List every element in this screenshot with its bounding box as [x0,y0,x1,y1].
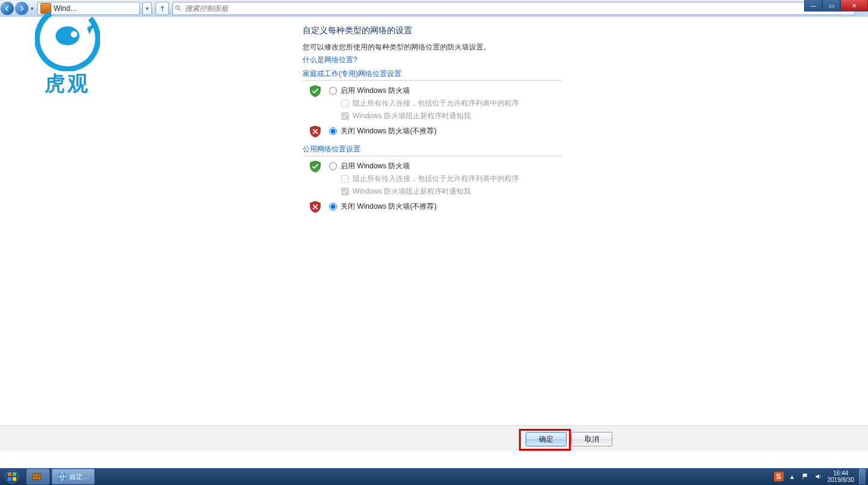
search-box[interactable] [172,2,855,15]
check-private-blockall-label: 阻止所有传入连接，包括位于允许程序列表中的程序 [353,98,519,109]
watermark-logo: 虎观 [34,6,101,103]
svg-point-1 [5,470,19,483]
svg-rect-5 [13,477,16,481]
shield-enabled-icon [309,160,322,173]
shield-disabled-icon [309,125,322,138]
search-input[interactable] [184,4,854,13]
check-public-blockall-input[interactable] [341,175,349,183]
shield-disabled-icon [309,200,322,214]
svg-point-0 [176,6,180,10]
radio-public-enable[interactable]: 启用 Windows 防火墙 [329,161,562,171]
explorer-nav-bar: ▾ Wind… ▾ ⍰ [0,0,868,17]
taskbar: 自定… S ▴ 16:44 2019/8/30 [0,468,868,485]
taskbar-item-firewall[interactable] [27,469,49,484]
content-area: 自定义每种类型的网络的设置 您可以修改您所使用的每种类型的网络位置的防火墙设置。… [0,17,868,451]
radio-public-enable-input[interactable] [329,162,337,170]
tray-clock[interactable]: 16:44 2019/8/30 [828,470,855,483]
watermark-text: 虎观 [45,70,90,98]
check-private-notify-label: Windows 防火墙阻止新程序时通知我 [353,111,471,121]
page-subtitle: 您可以修改您所使用的每种类型的网络位置的防火墙设置。 [303,42,562,52]
svg-point-9 [71,31,77,37]
firewall-icon [32,472,42,481]
check-private-notify[interactable]: Windows 防火墙阻止新程序时通知我 [341,111,562,121]
radio-public-disable[interactable]: 关闭 Windows 防火墙(不推荐) [329,201,562,212]
check-private-blockall[interactable]: 阻止所有传入连接，包括位于允许程序列表中的程序 [341,98,562,109]
button-bar: 确定 取消 [0,425,868,451]
nav-forward-button[interactable] [15,2,28,15]
svg-rect-4 [8,477,11,481]
globe-icon [57,472,67,481]
system-tray: S ▴ 16:44 2019/8/30 [772,469,869,484]
page-title: 自定义每种类型的网络的设置 [303,25,562,36]
refresh-button[interactable] [156,2,169,15]
shield-enabled-icon [309,84,322,98]
maximize-button[interactable]: ▭ [822,0,840,11]
tray-date: 2019/8/30 [828,477,855,483]
section-heading-public: 公用网络位置设置 [303,144,562,156]
radio-private-disable-input[interactable] [329,127,337,135]
check-private-blockall-input[interactable] [341,100,349,107]
check-public-blockall[interactable]: 阻止所有传入连接，包括位于允许程序列表中的程序 [341,174,562,184]
ok-button[interactable]: 确定 [526,432,567,446]
radio-private-enable[interactable]: 启用 Windows 防火墙 [329,86,562,96]
radio-private-disable[interactable]: 关闭 Windows 防火墙(不推荐) [329,126,562,136]
section-heading-private: 家庭或工作(专用)网络位置设置 [303,69,562,81]
check-public-blockall-label: 阻止所有传入连接，包括位于允许程序列表中的程序 [353,174,519,184]
minimize-button[interactable]: — [804,0,822,11]
show-desktop-button[interactable] [859,469,866,484]
check-public-notify[interactable]: Windows 防火墙阻止新程序时通知我 [341,186,562,197]
tray-sogou-icon[interactable]: S [774,472,784,481]
radio-private-disable-label: 关闭 Windows 防火墙(不推荐) [341,126,436,136]
radio-private-enable-label: 启用 Windows 防火墙 [341,86,410,96]
svg-rect-2 [8,472,11,476]
check-public-notify-label: Windows 防火墙阻止新程序时通知我 [353,186,471,197]
close-button[interactable]: ✕ [840,0,868,11]
radio-public-disable-label: 关闭 Windows 防火墙(不推荐) [341,201,436,212]
tray-time: 16:44 [828,470,855,477]
check-public-notify-input[interactable] [341,188,349,195]
taskbar-item-current[interactable]: 自定… [52,469,95,484]
nav-back-button[interactable] [1,2,14,15]
svg-rect-3 [13,472,16,476]
tray-volume-icon[interactable] [814,472,823,481]
start-button[interactable] [0,468,24,485]
tray-chevron-icon[interactable]: ▴ [787,472,797,481]
search-icon [173,5,184,12]
taskbar-item-label: 自定… [69,472,89,481]
cancel-button[interactable]: 取消 [571,432,612,446]
check-private-notify-input[interactable] [341,112,349,120]
radio-public-disable-input[interactable] [329,203,337,211]
tray-flag-icon[interactable] [800,472,810,481]
window-controls: — ▭ ✕ [804,0,868,11]
radio-public-enable-label: 启用 Windows 防火墙 [341,161,410,171]
radio-private-enable-input[interactable] [329,87,337,95]
address-dropdown[interactable]: ▾ [142,2,152,15]
help-link[interactable]: 什么是网络位置? [303,55,357,64]
